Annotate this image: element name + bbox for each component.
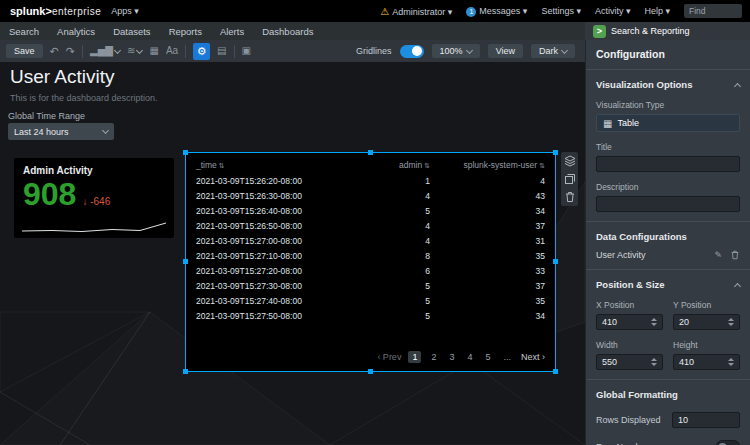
pagination-page-4[interactable]: 4 bbox=[464, 351, 475, 363]
layers-icon[interactable] bbox=[564, 155, 576, 167]
section-position-size[interactable]: Position & Size bbox=[596, 279, 740, 290]
save-button[interactable]: Save bbox=[6, 44, 43, 58]
add-line-chart-button[interactable]: ≋ bbox=[127, 46, 142, 56]
stepper-icon[interactable] bbox=[728, 358, 734, 366]
gridlines-toggle[interactable] bbox=[400, 45, 424, 58]
width-input[interactable]: 550 bbox=[596, 354, 663, 370]
table-visualization-panel[interactable]: _time⇅ admin⇅ splunk-system-user⇅ 2021-0… bbox=[185, 152, 556, 372]
pagination-page-5[interactable]: 5 bbox=[482, 351, 493, 363]
pagination-page-3[interactable]: 3 bbox=[446, 351, 457, 363]
dashboard-canvas[interactable]: User Activity This is for the dashboard … bbox=[0, 62, 585, 445]
row-numbers-toggle[interactable] bbox=[716, 440, 740, 445]
x-position-label: X Position bbox=[596, 300, 663, 310]
resize-handle[interactable] bbox=[183, 259, 188, 264]
add-text-button[interactable]: Aa bbox=[166, 46, 178, 56]
stepper-icon[interactable] bbox=[651, 358, 657, 366]
table-cell: 33 bbox=[430, 266, 545, 276]
view-button[interactable]: View bbox=[488, 44, 523, 58]
pagination-prev[interactable]: ‹ Prev bbox=[377, 352, 401, 362]
warning-icon: ⚠ bbox=[380, 6, 389, 17]
height-input[interactable]: 410 bbox=[673, 354, 740, 370]
messages-menu[interactable]: 1Messages ▾ bbox=[466, 6, 527, 17]
section-global-formatting[interactable]: Global Formatting bbox=[596, 389, 740, 400]
table-cell: 37 bbox=[430, 281, 545, 291]
time-range-value: Last 24 hours bbox=[14, 127, 69, 137]
chevron-down-icon bbox=[114, 46, 121, 53]
settings-tool-button-active[interactable]: ⚙ bbox=[193, 43, 210, 60]
apps-menu[interactable]: Apps ▾ bbox=[111, 6, 139, 16]
help-menu[interactable]: Help ▾ bbox=[644, 6, 670, 16]
pagination-page-1[interactable]: 1 bbox=[408, 351, 421, 363]
pagination-next[interactable]: Next › bbox=[521, 352, 545, 362]
main-area: Save ↶ ↷ ▂▅▇ ≋ ▦ Aa ⚙ ▤ ▣ Gridlines 100%… bbox=[0, 40, 750, 445]
undo-icon[interactable]: ↶ bbox=[50, 46, 59, 57]
nav-item-datasets[interactable]: Datasets bbox=[104, 26, 160, 37]
table-icon: ▦ bbox=[149, 46, 158, 56]
table-icon: ▦ bbox=[603, 118, 612, 129]
table-cell: 5 bbox=[360, 281, 430, 291]
nav-item-alerts[interactable]: Alerts bbox=[211, 26, 253, 37]
resize-handle[interactable] bbox=[183, 150, 188, 155]
table-cell: 5 bbox=[360, 311, 430, 321]
clipboard-button[interactable]: ▤ bbox=[217, 46, 226, 56]
pagination-page-2[interactable]: 2 bbox=[428, 351, 439, 363]
column-header-splunk-system-user[interactable]: splunk-system-user⇅ bbox=[430, 160, 545, 170]
title-input[interactable] bbox=[596, 156, 740, 172]
activity-menu[interactable]: Activity ▾ bbox=[595, 6, 631, 16]
editor-toolbar: Save ↶ ↷ ▂▅▇ ≋ ▦ Aa ⚙ ▤ ▣ Gridlines 100%… bbox=[0, 40, 585, 62]
current-app[interactable]: > Search & Reporting bbox=[585, 22, 750, 40]
column-header-time[interactable]: _time⇅ bbox=[196, 160, 360, 170]
table-cell: 35 bbox=[430, 296, 545, 306]
section-visualization-options[interactable]: Visualization Options bbox=[596, 79, 740, 90]
redo-icon[interactable]: ↷ bbox=[66, 46, 75, 57]
trash-icon[interactable] bbox=[730, 250, 740, 260]
add-table-button[interactable]: ▦ bbox=[149, 46, 158, 56]
nav-item-search[interactable]: Search bbox=[0, 26, 48, 37]
rows-displayed-input[interactable]: 10 bbox=[672, 412, 740, 428]
gridlines-label: Gridlines bbox=[356, 46, 392, 56]
resize-handle[interactable] bbox=[183, 369, 188, 374]
nav-item-reports[interactable]: Reports bbox=[160, 26, 211, 37]
chevron-down-icon bbox=[561, 46, 568, 53]
resize-handle[interactable] bbox=[368, 150, 373, 155]
table-cell: 2021-03-09T15:26:50-08:00 bbox=[196, 221, 360, 231]
resize-handle[interactable] bbox=[553, 369, 558, 374]
theme-dropdown[interactable]: Dark bbox=[531, 44, 575, 58]
time-range-dropdown[interactable]: Last 24 hours bbox=[8, 123, 114, 140]
viz-type-dropdown[interactable]: ▦ Table bbox=[596, 114, 740, 132]
table-cell: 2021-03-09T15:27:40-08:00 bbox=[196, 296, 360, 306]
column-header-admin[interactable]: admin⇅ bbox=[360, 160, 430, 170]
pencil-icon[interactable]: ✎ bbox=[714, 250, 722, 260]
x-position-input[interactable]: 410 bbox=[596, 314, 663, 330]
single-value-title: Admin Activity bbox=[23, 165, 165, 176]
nav-item-dashboards[interactable]: Dashboards bbox=[253, 26, 322, 37]
toolbar-divider bbox=[185, 45, 186, 58]
sort-icon: ⇅ bbox=[539, 162, 545, 169]
single-value-panel[interactable]: Admin Activity 908 ↓ -646 bbox=[14, 158, 174, 238]
table-pagination: ‹ Prev 1 2 3 4 5 ... Next › bbox=[196, 351, 545, 365]
zoom-dropdown[interactable]: 100% bbox=[432, 44, 480, 58]
copy-icon[interactable] bbox=[564, 173, 576, 185]
resize-handle[interactable] bbox=[368, 369, 373, 374]
table-header-row: _time⇅ admin⇅ splunk-system-user⇅ bbox=[196, 157, 545, 173]
resize-handle[interactable] bbox=[553, 259, 558, 264]
description-input[interactable] bbox=[596, 196, 740, 212]
y-position-input[interactable]: 20 bbox=[673, 314, 740, 330]
stepper-icon[interactable] bbox=[728, 318, 734, 326]
section-data-configurations[interactable]: Data Configurations bbox=[596, 231, 740, 242]
administrator-menu[interactable]: ⚠Administrator ▾ bbox=[380, 6, 452, 17]
add-chart-button[interactable]: ▂▅▇ bbox=[90, 46, 120, 56]
topbar: splunk>enterprise Apps ▾ ⚠Administrator … bbox=[0, 0, 750, 22]
divider bbox=[586, 379, 750, 380]
stepper-icon[interactable] bbox=[651, 318, 657, 326]
table-row: 2021-03-09T15:27:30-08:00537 bbox=[196, 278, 545, 293]
nav-item-analytics[interactable]: Analytics bbox=[48, 26, 104, 37]
gear-icon: ⚙ bbox=[197, 45, 207, 58]
column-label: _time bbox=[196, 160, 217, 170]
resize-handle[interactable] bbox=[553, 150, 558, 155]
pagination-ellipsis: ... bbox=[500, 351, 514, 363]
find-input[interactable]: Find bbox=[684, 4, 742, 18]
add-image-button[interactable]: ▣ bbox=[242, 46, 251, 56]
settings-menu[interactable]: Settings ▾ bbox=[541, 6, 581, 16]
trash-icon[interactable] bbox=[564, 191, 576, 203]
